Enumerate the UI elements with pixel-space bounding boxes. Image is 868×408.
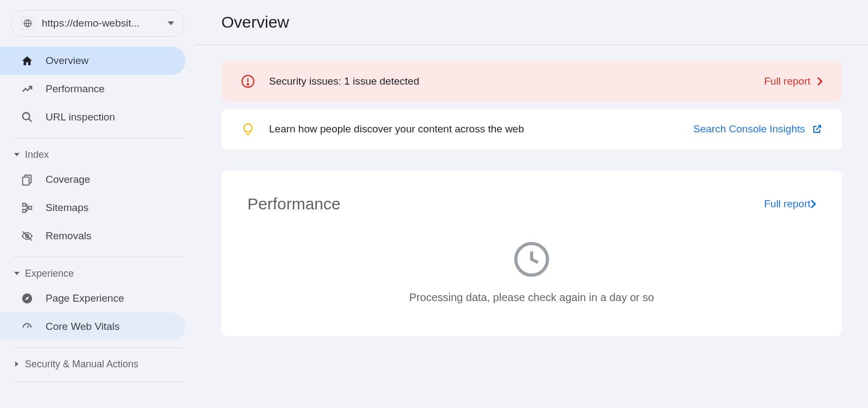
- insights-banner: Learn how people discover your content a…: [221, 109, 842, 149]
- sidebar-item-coverage[interactable]: Coverage: [0, 165, 186, 194]
- sidebar-item-url-inspection[interactable]: URL inspection: [0, 103, 186, 131]
- sidebar-item-label: Page Experience: [46, 292, 124, 304]
- sidebar-item-label: URL inspection: [46, 111, 115, 123]
- sidebar-item-overview[interactable]: Overview: [0, 47, 186, 75]
- svg-rect-4: [23, 203, 26, 207]
- card-header: Performance Full report: [247, 195, 816, 213]
- svg-rect-5: [29, 206, 32, 209]
- card-body: Processing data, please check again in a…: [247, 240, 816, 304]
- divider: [13, 257, 182, 257]
- property-selector[interactable]: https://demo-websit...: [11, 10, 184, 37]
- sidebar-item-page-experience[interactable]: Page Experience: [0, 284, 186, 313]
- globe-icon: [21, 17, 34, 30]
- card-title: Performance: [247, 195, 764, 213]
- search-icon: [21, 111, 34, 124]
- clock-icon: [513, 240, 551, 278]
- caret-right-icon: [14, 361, 20, 367]
- link-label: Full report: [764, 198, 810, 210]
- svg-point-10: [247, 84, 249, 85]
- alert-icon: [241, 74, 255, 88]
- compass-icon: [21, 292, 34, 305]
- link-label: Full report: [764, 75, 810, 87]
- divider: [13, 138, 182, 138]
- svg-point-1: [23, 113, 30, 120]
- lightbulb-icon: [241, 122, 255, 136]
- sidebar-item-sitemaps[interactable]: Sitemaps: [0, 194, 186, 222]
- trend-icon: [21, 82, 34, 95]
- processing-text: Processing data, please check again in a…: [409, 291, 654, 304]
- performance-full-report-link[interactable]: Full report: [764, 198, 816, 210]
- divider: [13, 381, 182, 382]
- insights-link[interactable]: Search Console Insights: [693, 123, 822, 135]
- sidebar-item-label: Coverage: [46, 174, 90, 186]
- performance-card: Performance Full report Processing data,…: [221, 171, 842, 336]
- sidebar: https://demo-websit... Overview Performa…: [0, 0, 195, 408]
- section-label: Index: [25, 149, 49, 161]
- sidebar-item-label: Removals: [46, 230, 91, 242]
- svg-rect-6: [23, 209, 26, 213]
- caret-down-icon: [14, 271, 20, 276]
- section-label: Security & Manual Actions: [25, 359, 138, 370]
- content-area: Security issues: 1 issue detected Full r…: [195, 45, 868, 336]
- sidebar-item-label: Overview: [46, 55, 88, 67]
- security-full-report-link[interactable]: Full report: [764, 75, 822, 87]
- sidebar-item-label: Core Web Vitals: [46, 321, 120, 333]
- eye-off-icon: [21, 229, 34, 243]
- svg-rect-3: [23, 177, 29, 185]
- section-label: Experience: [25, 268, 74, 279]
- sidebar-item-performance[interactable]: Performance: [0, 75, 186, 103]
- sitemap-icon: [21, 201, 34, 214]
- property-url: https://demo-websit...: [42, 17, 168, 29]
- section-header-experience[interactable]: Experience: [0, 263, 195, 284]
- divider: [13, 347, 182, 348]
- speed-icon: [21, 320, 34, 333]
- section-header-security[interactable]: Security & Manual Actions: [0, 353, 195, 375]
- sidebar-item-core-web-vitals[interactable]: Core Web Vitals: [0, 313, 186, 341]
- chevron-right-icon: [817, 77, 822, 86]
- sidebar-item-label: Sitemaps: [46, 202, 88, 214]
- caret-down-icon: [14, 152, 20, 157]
- caret-down-icon: [168, 20, 174, 27]
- chevron-right-icon: [810, 200, 816, 208]
- coverage-icon: [21, 173, 34, 186]
- security-banner-text: Security issues: 1 issue detected: [269, 75, 764, 87]
- page-title: Overview: [195, 0, 868, 45]
- external-link-icon: [812, 124, 822, 135]
- link-label: Search Console Insights: [693, 123, 805, 135]
- section-header-index[interactable]: Index: [0, 144, 195, 165]
- main-content: Overview Security issues: 1 issue detect…: [195, 0, 868, 408]
- insights-banner-text: Learn how people discover your content a…: [269, 123, 693, 135]
- sidebar-item-removals[interactable]: Removals: [0, 222, 186, 250]
- sidebar-item-label: Performance: [46, 83, 105, 95]
- security-banner: Security issues: 1 issue detected Full r…: [221, 61, 842, 101]
- home-icon: [21, 54, 34, 67]
